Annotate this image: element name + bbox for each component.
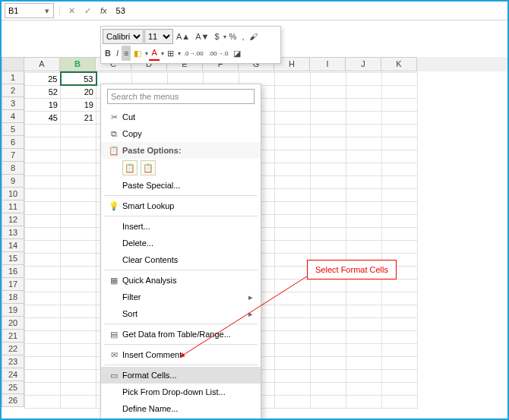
cell-I17[interactable] [311, 279, 346, 292]
cell-A24[interactable] [25, 369, 61, 382]
cell-B22[interactable] [61, 343, 96, 356]
menu-copy[interactable]: ⧉Copy [101, 125, 261, 142]
cell-J17[interactable] [346, 279, 382, 292]
menu-search-input[interactable]: Search the menus [107, 89, 254, 104]
cell-K17[interactable] [382, 279, 418, 292]
cell-H21[interactable] [275, 330, 311, 343]
cell-K2[interactable] [382, 85, 418, 98]
row-header-10[interactable]: 10 [2, 188, 24, 201]
decrease-decimal-button[interactable]: .00→.0 [207, 46, 231, 61]
cell-I14[interactable] [311, 240, 346, 253]
cell-K1[interactable] [382, 72, 418, 85]
grow-font-button[interactable]: A▲ [174, 29, 192, 44]
cell-B9[interactable] [61, 175, 96, 188]
cell-A6[interactable] [25, 137, 61, 150]
cell-A2[interactable]: 52 [25, 85, 61, 98]
cell-B14[interactable] [61, 240, 96, 253]
cell-B1[interactable]: 53 [61, 72, 96, 85]
cell-J20[interactable] [346, 317, 382, 330]
cell-I5[interactable] [311, 124, 346, 137]
cell-H14[interactable] [275, 240, 311, 253]
cell-J11[interactable] [346, 201, 382, 214]
cell-A4[interactable]: 45 [25, 111, 61, 124]
cell-H2[interactable] [275, 85, 311, 98]
cell-H16[interactable] [275, 266, 311, 279]
cell-K7[interactable] [382, 150, 418, 163]
cell-K25[interactable] [382, 382, 418, 395]
cell-H25[interactable] [275, 382, 311, 395]
cell-I20[interactable] [311, 317, 346, 330]
cell-A11[interactable] [25, 201, 61, 214]
cell-K18[interactable] [382, 292, 418, 305]
cell-I11[interactable] [311, 201, 346, 214]
cell-H22[interactable] [275, 343, 311, 356]
cell-A23[interactable] [25, 356, 61, 369]
increase-decimal-button[interactable]: .0→.00 [182, 46, 206, 61]
row-header-21[interactable]: 21 [2, 330, 24, 343]
cell-H9[interactable] [275, 175, 311, 188]
menu-link[interactable]: 🔗Link [101, 417, 261, 420]
align-center-button[interactable]: ≡ [122, 46, 131, 61]
cell-B10[interactable] [61, 188, 96, 201]
cell-A14[interactable] [25, 240, 61, 253]
cell-A8[interactable] [25, 163, 61, 175]
cell-B7[interactable] [61, 150, 96, 163]
row-header-13[interactable]: 13 [2, 226, 24, 239]
cell-H10[interactable] [275, 188, 311, 201]
row-header-22[interactable]: 22 [2, 343, 24, 355]
cell-A21[interactable] [25, 330, 61, 343]
cell-K8[interactable] [382, 163, 418, 175]
cell-A7[interactable] [25, 150, 61, 163]
fill-color-button[interactable]: ◧ [131, 46, 144, 61]
cell-K5[interactable] [382, 124, 418, 137]
menu-cut[interactable]: ✂Cut [101, 109, 261, 125]
cell-styles-button[interactable]: ◪ [231, 46, 243, 61]
cell-H7[interactable] [275, 150, 311, 163]
cell-H18[interactable] [275, 292, 311, 305]
cell-H24[interactable] [275, 369, 311, 382]
cell-B8[interactable] [61, 163, 96, 175]
menu-insert-comment[interactable]: ✉Insert Comment [101, 346, 261, 363]
row-header-24[interactable]: 24 [2, 368, 24, 381]
cell-H4[interactable] [275, 111, 311, 124]
row-header-6[interactable]: 6 [2, 136, 24, 149]
cell-J6[interactable] [346, 137, 382, 150]
cell-A1[interactable]: 25 [25, 72, 61, 85]
cell-J21[interactable] [346, 330, 382, 343]
cell-A25[interactable] [25, 382, 61, 395]
cell-H1[interactable] [275, 72, 311, 85]
chevron-down-icon[interactable]: ▾ [161, 50, 164, 57]
cell-B24[interactable] [61, 369, 96, 382]
cell-A9[interactable] [25, 175, 61, 188]
cell-J19[interactable] [346, 305, 382, 317]
cell-H11[interactable] [275, 201, 311, 214]
menu-format-cells[interactable]: ▭Format Cells... [101, 367, 261, 384]
cell-H12[interactable] [275, 214, 311, 227]
row-header-12[interactable]: 12 [2, 213, 24, 226]
row-header-23[interactable]: 23 [2, 355, 24, 368]
cell-B12[interactable] [61, 214, 96, 227]
cell-I3[interactable] [311, 98, 346, 111]
cell-I6[interactable] [311, 137, 346, 150]
cell-B5[interactable] [61, 124, 96, 137]
cell-B16[interactable] [61, 266, 96, 279]
cell-K23[interactable] [382, 356, 418, 369]
shrink-font-button[interactable]: A▼ [193, 29, 211, 44]
row-header-17[interactable]: 17 [2, 278, 24, 291]
enter-icon[interactable]: ✓ [81, 6, 94, 16]
cell-K12[interactable] [382, 214, 418, 227]
cell-K26[interactable] [382, 395, 418, 408]
cell-J9[interactable] [346, 175, 382, 188]
cell-A3[interactable]: 19 [25, 98, 61, 111]
cell-A17[interactable] [25, 279, 61, 292]
cell-J12[interactable] [346, 214, 382, 227]
cell-K19[interactable] [382, 305, 418, 317]
cell-J5[interactable] [346, 124, 382, 137]
chevron-down-icon[interactable]: ▾ [178, 50, 181, 57]
row-header-4[interactable]: 4 [2, 110, 24, 123]
cell-K9[interactable] [382, 175, 418, 188]
row-header-11[interactable]: 11 [2, 201, 24, 213]
cell-A20[interactable] [25, 317, 61, 330]
cell-B15[interactable] [61, 253, 96, 266]
cell-K6[interactable] [382, 137, 418, 150]
